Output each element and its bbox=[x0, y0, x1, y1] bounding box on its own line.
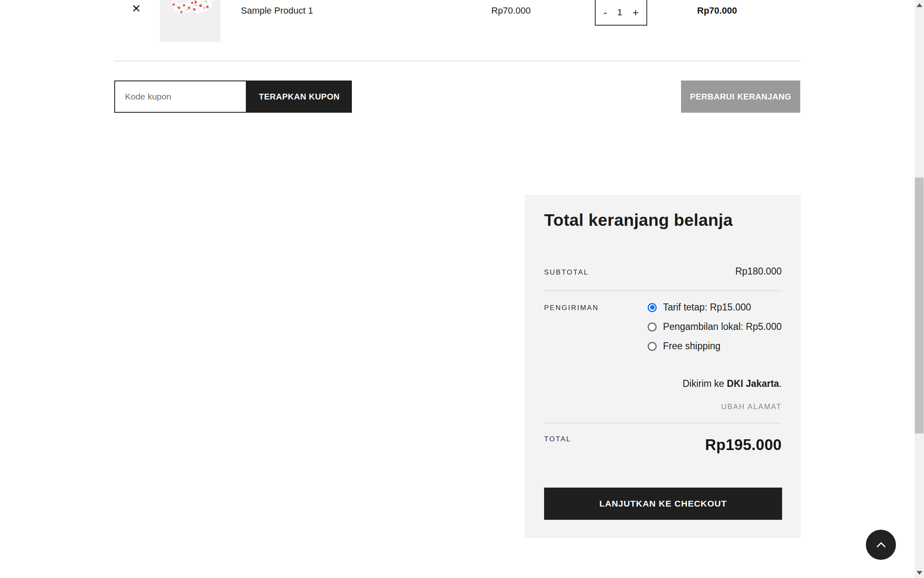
total-label: TOTAL bbox=[544, 435, 571, 443]
cart-totals-title: Total keranjang belanja bbox=[544, 211, 733, 230]
shipping-option[interactable]: Tarif tetap: Rp15.000 bbox=[648, 301, 751, 314]
shipping-option[interactable]: Free shipping bbox=[648, 339, 720, 353]
quantity-value[interactable]: 1 bbox=[617, 7, 622, 18]
total-row: TOTAL Rp195.000 bbox=[544, 435, 782, 454]
shipping-destination-text: Dikirim ke DKI Jakarta. bbox=[683, 378, 782, 389]
product-price: Rp70.000 bbox=[491, 5, 530, 16]
scrollbar-thumb[interactable] bbox=[915, 178, 924, 434]
shipping-label: PENGIRIMAN bbox=[544, 304, 599, 312]
quantity-stepper: - 1 + bbox=[595, 0, 647, 26]
destination-suffix: . bbox=[779, 378, 782, 389]
update-cart-button[interactable]: PERBARUI KERANJANG bbox=[681, 81, 800, 113]
product-name[interactable]: Sample Product 1 bbox=[241, 5, 313, 16]
destination-region: DKI Jakarta bbox=[727, 378, 779, 389]
subtotal-label: SUBTOTAL bbox=[544, 268, 589, 277]
proceed-to-checkout-button[interactable]: LANJUTKAN KE CHECKOUT bbox=[544, 488, 782, 520]
change-address-link[interactable]: UBAH ALAMAT bbox=[721, 403, 782, 411]
quantity-increase-button[interactable]: + bbox=[632, 7, 639, 18]
radio-button-icon[interactable] bbox=[648, 303, 657, 312]
product-line-subtotal: Rp70.000 bbox=[697, 5, 737, 16]
scrollbar[interactable] bbox=[915, 0, 924, 578]
remove-item-icon[interactable]: ✕ bbox=[132, 3, 141, 14]
divider bbox=[544, 423, 782, 424]
shipping-option-label: Free shipping bbox=[663, 339, 720, 353]
coupon-code-input[interactable] bbox=[114, 81, 247, 113]
shipping-option-label: Tarif tetap: Rp15.000 bbox=[663, 301, 751, 314]
cart-totals-panel: Total keranjang belanja SUBTOTAL Rp180.0… bbox=[525, 195, 801, 538]
strawberry-baking-cups-image bbox=[160, 0, 221, 42]
shipping-option[interactable]: Pengambilan lokal: Rp5.000 bbox=[648, 320, 782, 334]
destination-prefix: Dikirim ke bbox=[683, 378, 727, 389]
scrollbar-up-arrow-icon[interactable] bbox=[917, 3, 922, 7]
scrollbar-down-arrow-icon[interactable] bbox=[917, 571, 922, 575]
chevron-up-icon bbox=[875, 541, 887, 549]
radio-button-icon[interactable] bbox=[648, 322, 657, 332]
subtotal-row: SUBTOTAL Rp180.000 bbox=[544, 266, 782, 277]
divider bbox=[544, 290, 782, 291]
radio-button-icon[interactable] bbox=[648, 342, 657, 351]
shipping-option-label: Pengambilan lokal: Rp5.000 bbox=[663, 320, 782, 334]
shipping-options: Tarif tetap: Rp15.000 Pengambilan lokal:… bbox=[648, 301, 782, 353]
scroll-to-top-button[interactable] bbox=[866, 530, 896, 560]
apply-coupon-button[interactable]: TERAPKAN KUPON bbox=[247, 81, 352, 113]
product-thumbnail[interactable] bbox=[160, 0, 221, 42]
cart-item-row: ✕ bbox=[114, 0, 800, 62]
subtotal-value: Rp180.000 bbox=[735, 266, 782, 277]
quantity-decrease-button[interactable]: - bbox=[603, 7, 607, 18]
total-value: Rp195.000 bbox=[705, 436, 782, 454]
